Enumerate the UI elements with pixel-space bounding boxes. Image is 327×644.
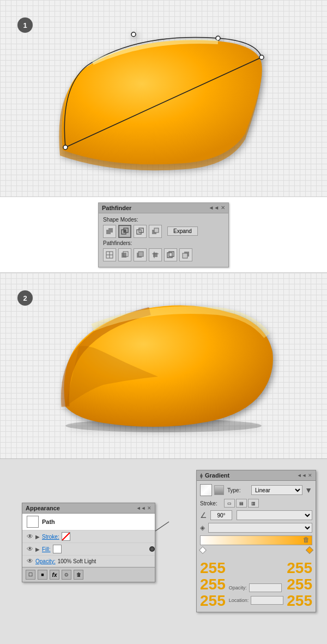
svg-rect-20	[153, 253, 158, 257]
crop-btn[interactable]	[149, 248, 162, 261]
add-effect-btn[interactable]: ■	[38, 570, 47, 580]
gradient-color-values: 255 255 255 Opacity: Location:	[200, 559, 312, 609]
angle-icon: ∠	[200, 511, 207, 520]
svg-point-3	[216, 36, 220, 40]
merge-btn[interactable]	[134, 248, 147, 261]
gradient-panel-header: ⧫ Gradient ◄◄ ✕	[197, 470, 316, 481]
copy-btn[interactable]: ⊙	[62, 570, 71, 580]
aspect-icon: ◈	[200, 524, 205, 532]
gradient-body: Type: Linear Radial ▼ Stroke: ▭ ▤ ▥ ∠	[197, 481, 316, 612]
gradient-stroke-buttons: ▭ ▤ ▥	[224, 499, 259, 508]
color-g2: 255	[287, 577, 312, 592]
opacity-eye-icon[interactable]: 👁	[27, 557, 33, 565]
unite-btn[interactable]	[103, 225, 116, 238]
gradient-right-values: 255 255 255	[287, 559, 312, 609]
minus-back-btn[interactable]	[179, 248, 192, 261]
gradient-aspect-select[interactable]	[208, 523, 312, 533]
svg-point-1	[259, 55, 264, 59]
shape-area-1	[33, 27, 283, 175]
stroke-color-swatch[interactable]	[62, 532, 70, 541]
bottom-section: Appearance ◄◄ ✕ Path 👁 ▶ Stroke: 👁 ▶ Fil…	[0, 458, 327, 644]
appearance-stroke-row: 👁 ▶ Stroke:	[22, 530, 155, 543]
gradient-aspect-row: ◈	[200, 523, 312, 533]
pathfinder-body: Shape Modes: Expand	[99, 213, 228, 267]
delete-btn[interactable]: 🗑	[74, 570, 83, 580]
outline-btn[interactable]	[164, 248, 177, 261]
svg-point-0	[63, 145, 68, 150]
location-input[interactable]	[251, 596, 283, 605]
gradient-bar-area: 🗑	[200, 535, 312, 553]
gradient-menu-icon[interactable]: ▼	[305, 486, 312, 494]
appearance-path-swatch	[27, 516, 39, 528]
appearance-fill-row: 👁 ▶ Fill:	[22, 543, 155, 556]
gradient-angle-row: ∠	[200, 510, 312, 520]
appearance-controls[interactable]: ◄◄ ✕	[136, 505, 152, 511]
gradient-type-select[interactable]: Linear Radial	[251, 485, 302, 495]
shape-svg-1	[49, 30, 267, 172]
svg-rect-8	[124, 230, 126, 232]
appearance-path-row: Path	[22, 514, 155, 530]
section2: 2	[0, 273, 327, 458]
gradient-controls[interactable]: ◄◄ ✕	[297, 473, 312, 478]
stroke-btn-2[interactable]: ▤	[236, 499, 247, 508]
shape-modes-row: Expand	[103, 225, 224, 238]
pathfinder-panel: Pathfinder ◄◄ ✕ Shape Modes:	[98, 202, 229, 267]
step-badge-2: 2	[17, 290, 33, 306]
pathfinder-header: Pathfinder ◄◄ ✕	[99, 203, 228, 213]
expand-btn[interactable]: Expand	[167, 226, 198, 236]
pathfinders-label: Pathfinders:	[103, 240, 224, 246]
stroke-eye-icon[interactable]: 👁	[27, 533, 33, 540]
step-badge-1: 1	[17, 17, 33, 33]
appearance-path-label: Path	[42, 518, 55, 525]
appearance-opacity-row: 👁 Opacity: 100% Soft Light	[22, 556, 155, 567]
appearance-panel-header: Appearance ◄◄ ✕	[22, 503, 155, 514]
opacity-input-row: Opacity:	[229, 583, 282, 592]
stroke-arrow-icon[interactable]: ▶	[35, 534, 40, 540]
pathfinder-title: Pathfinder	[102, 205, 131, 211]
divide-btn[interactable]	[103, 248, 116, 261]
fill-arrow-icon[interactable]: ▶	[35, 546, 40, 552]
stroke-btn-1[interactable]: ▭	[224, 499, 235, 508]
appearance-footer: ☐ ■ fx ⊙ 🗑	[22, 567, 155, 582]
shape-svg-2	[49, 297, 278, 434]
svg-point-2	[131, 32, 136, 37]
stroke-btn-3[interactable]: ▥	[248, 499, 259, 508]
fx-btn[interactable]: fx	[50, 570, 59, 580]
exclude-btn[interactable]	[134, 225, 147, 238]
appearance-panel: Appearance ◄◄ ✕ Path 👁 ▶ Stroke: 👁 ▶ Fil…	[22, 503, 155, 582]
minus-front-btn[interactable]	[149, 225, 162, 238]
trim-btn[interactable]	[118, 248, 131, 261]
opacity-label[interactable]: Opacity:	[35, 558, 56, 564]
gradient-middle-labels: Opacity: Location:	[229, 583, 284, 606]
angle-input[interactable]	[210, 510, 232, 520]
shape-area-2	[44, 295, 283, 437]
gradient-extra-select[interactable]	[237, 510, 312, 520]
gradient-stop-left[interactable]	[199, 546, 207, 554]
pathfinder-controls[interactable]: ◄◄ ✕	[208, 205, 225, 211]
color-r2: 255	[287, 560, 312, 576]
gradient-stop-right[interactable]	[306, 546, 313, 554]
color-b2: 255	[287, 593, 312, 609]
stroke-link[interactable]: Stroke:	[42, 534, 59, 540]
gradient-bar[interactable]: 🗑	[200, 535, 312, 545]
opacity-input[interactable]	[249, 583, 282, 592]
gradient-stops	[200, 547, 312, 553]
add-layer-btn[interactable]: ☐	[26, 570, 35, 580]
section1: 1	[0, 0, 327, 196]
fill-link[interactable]: Fill:	[42, 546, 51, 552]
fill-eye-icon[interactable]: 👁	[27, 545, 33, 553]
gradient-type-row: Type: Linear Radial ▼	[200, 484, 312, 496]
opacity-input-label: Opacity:	[229, 585, 247, 591]
gradient-arrow	[214, 485, 224, 495]
gradient-title: Gradient	[205, 472, 229, 479]
gradient-left-values: 255 255 255	[200, 559, 226, 609]
pathfinder-section: Pathfinder ◄◄ ✕ Shape Modes:	[0, 196, 327, 273]
gradient-delete-btn[interactable]: 🗑	[303, 536, 310, 544]
svg-rect-26	[183, 253, 187, 258]
fill-color-swatch[interactable]	[53, 545, 62, 553]
gradient-panel: ⧫ Gradient ◄◄ ✕ Type: Linear Radial ▼ St…	[196, 470, 316, 612]
intersect-btn[interactable]	[118, 225, 131, 238]
color-r1: 255	[200, 560, 226, 576]
pathfinders-row	[103, 248, 224, 261]
svg-rect-16	[122, 253, 126, 258]
